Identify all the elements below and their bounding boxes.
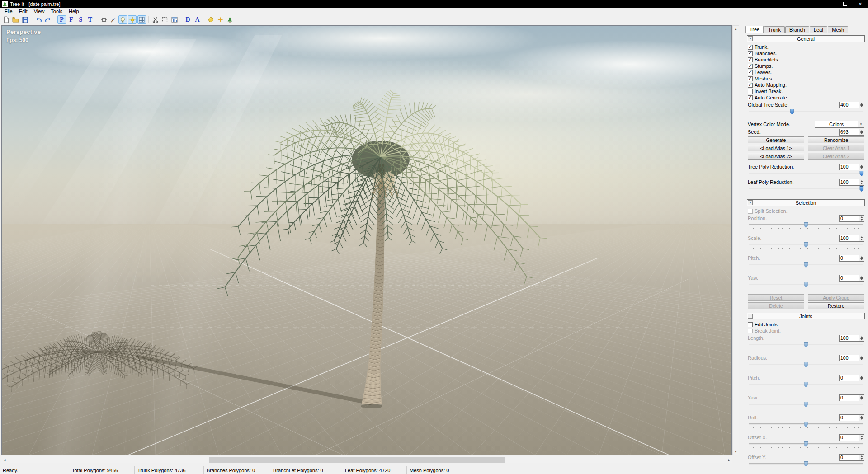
selection-pitch-input[interactable] — [839, 255, 859, 262]
checkbox-row-break-joint[interactable]: Break Joint. — [747, 328, 865, 334]
leaf-poly-reduction-spinner[interactable] — [859, 179, 864, 186]
leaf-poly-reduction-slider[interactable] — [748, 186, 864, 193]
open-folder-button[interactable] — [11, 15, 20, 24]
alpha-button[interactable]: A — [193, 15, 202, 24]
global-tree-scale-input[interactable] — [839, 102, 859, 108]
radious-input[interactable] — [839, 355, 859, 361]
horizontal-scroll-thumb[interactable] — [209, 457, 505, 463]
scroll-down-icon[interactable]: ▼ — [733, 449, 739, 455]
save-button[interactable] — [21, 15, 29, 24]
position-slider[interactable] — [748, 222, 864, 229]
slider-thumb[interactable] — [804, 262, 808, 268]
roll-slider[interactable] — [748, 422, 864, 428]
load-atlas-2-button[interactable]: <Load Atlas 2> — [748, 153, 804, 160]
joints-yaw-spinner[interactable] — [859, 394, 864, 401]
roll-spinner[interactable] — [859, 414, 864, 421]
slider-thumb[interactable] — [804, 342, 808, 347]
joints-pitch-slider[interactable] — [748, 382, 864, 389]
perspective-view-button[interactable]: P — [57, 15, 66, 24]
sphere-button[interactable] — [207, 15, 215, 24]
randomize-button[interactable]: Randomize — [808, 136, 864, 143]
slider-thumb[interactable] — [804, 422, 808, 427]
slider-thumb[interactable] — [859, 186, 863, 192]
position-spinner[interactable] — [859, 215, 864, 222]
tree-poly-reduction-slider[interactable] — [748, 171, 864, 178]
offset-x-slider[interactable] — [748, 441, 864, 448]
collapse-general-button[interactable]: - — [748, 36, 753, 41]
joints-yaw-input[interactable] — [839, 394, 859, 401]
slider-thumb[interactable] — [859, 171, 863, 176]
scroll-left-icon[interactable]: ◀ — [1, 457, 8, 463]
checkbox-row-branches[interactable]: Branches. — [747, 50, 865, 56]
joints-yaw-slider[interactable] — [748, 402, 864, 408]
checkbox-row-edit-joints[interactable]: Edit Joints. — [747, 321, 865, 328]
slider-thumb[interactable] — [804, 242, 808, 248]
tree-button[interactable] — [226, 15, 234, 24]
restore-button[interactable]: Restore — [808, 302, 864, 309]
panel-button[interactable] — [170, 15, 179, 24]
close-button[interactable]: × — [853, 0, 868, 8]
joints-pitch-input[interactable] — [839, 375, 859, 381]
load-atlas-1-button[interactable]: <Load Atlas 1> — [748, 145, 804, 151]
tab-trunk[interactable]: Trunk — [764, 26, 785, 33]
tab-branch[interactable]: Branch — [785, 26, 809, 33]
stumps-checkbox[interactable] — [748, 64, 753, 69]
settings-button[interactable] — [99, 15, 108, 24]
global-tree-scale-spinner[interactable] — [859, 102, 864, 108]
split-selection-checkbox[interactable] — [748, 209, 753, 214]
vertex-color-mode-select[interactable]: Colors ▼ — [815, 121, 864, 128]
front-view-button[interactable]: F — [67, 15, 75, 24]
scroll-right-icon[interactable]: ▶ — [726, 457, 732, 463]
offset-y-spinner[interactable] — [859, 454, 864, 461]
slider-thumb[interactable] — [804, 222, 808, 228]
scale-spinner[interactable] — [859, 235, 864, 242]
menu-edit[interactable]: Edit — [16, 8, 31, 14]
selection-yaw-spinner[interactable] — [859, 275, 864, 282]
offset-y-slider[interactable] — [748, 461, 864, 466]
offset-y-input[interactable] — [839, 454, 859, 461]
collapse-selection-button[interactable]: - — [748, 200, 753, 205]
branches-checkbox[interactable] — [748, 51, 753, 56]
offset-x-input[interactable] — [839, 434, 859, 441]
menu-view[interactable]: View — [31, 8, 48, 14]
collapse-joints-button[interactable]: - — [748, 314, 753, 319]
trunk-checkbox[interactable] — [748, 45, 753, 50]
slider-thumb[interactable] — [804, 362, 808, 367]
tree-poly-reduction-spinner[interactable] — [859, 164, 864, 170]
auto-generate-checkbox[interactable] — [748, 95, 753, 100]
slider-thumb[interactable] — [804, 282, 808, 287]
tab-leaf[interactable]: Leaf — [810, 26, 827, 33]
position-input[interactable] — [839, 215, 859, 222]
slider-thumb[interactable] — [790, 109, 794, 114]
branchlets-checkbox[interactable] — [748, 57, 753, 62]
offset-x-spinner[interactable] — [859, 434, 864, 441]
menu-tools[interactable]: Tools — [47, 8, 66, 14]
auto-mapping-checkbox[interactable] — [748, 83, 753, 88]
selection-yaw-input[interactable] — [839, 275, 859, 282]
radious-slider[interactable] — [748, 362, 864, 369]
tree-poly-reduction-input[interactable] — [839, 164, 859, 170]
restore-button[interactable] — [837, 0, 853, 8]
menu-file[interactable]: File — [1, 8, 16, 14]
edit-joints-checkbox[interactable] — [748, 322, 753, 327]
break-joint-checkbox[interactable] — [748, 329, 753, 333]
minimize-button[interactable] — [822, 0, 837, 8]
viewport-vertical-scrollbar[interactable]: ▲ ▼ — [732, 25, 739, 455]
top-view-button[interactable]: T — [86, 15, 94, 24]
viewport-horizontal-scrollbar[interactable]: ◀ ▶ — [1, 456, 732, 463]
checkbox-row-meshes[interactable]: Meshes. — [747, 75, 865, 82]
slider-thumb[interactable] — [804, 441, 808, 447]
tab-mesh[interactable]: Mesh — [828, 26, 848, 33]
tab-tree[interactable]: Tree — [745, 26, 764, 33]
meshes-checkbox[interactable] — [748, 76, 753, 81]
menu-help[interactable]: Help — [66, 8, 82, 14]
undo-button[interactable] — [34, 15, 43, 24]
light-button[interactable] — [118, 15, 127, 24]
checkbox-row-auto-generate[interactable]: Auto Generate. — [747, 94, 865, 101]
generate-button[interactable]: Generate — [748, 136, 804, 143]
seed-spinner[interactable] — [859, 129, 864, 136]
checkbox-row-split-selection[interactable]: Split Selection. — [747, 208, 865, 214]
scale-input[interactable] — [839, 235, 859, 242]
joints-pitch-spinner[interactable] — [859, 375, 864, 381]
leaf-poly-reduction-input[interactable] — [839, 179, 859, 186]
